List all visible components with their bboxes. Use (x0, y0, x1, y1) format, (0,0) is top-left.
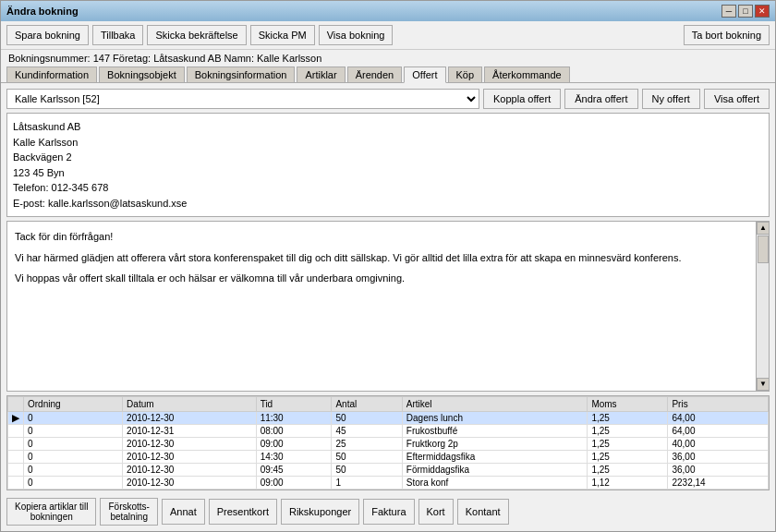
cell-antal: 45 (332, 425, 402, 438)
customer-dropdown[interactable]: Kalle Karlsson [52] (6, 89, 479, 109)
cell-tid: 09:00 (256, 438, 332, 451)
kort-button[interactable]: Kort (418, 499, 454, 525)
cell-pris: 64,00 (668, 425, 769, 438)
cell-moms: 1,12 (588, 477, 668, 490)
tab-bar: Kundinformation Bokningsobjekt Bokningsi… (1, 66, 775, 83)
letter-box: Tack för din förfrågan! Vi har härmed gl… (6, 221, 770, 392)
address-line-6: E-post: kalle.karlsson@latsaskund.xse (13, 196, 763, 212)
cell-artikel: Fruktkorg 2p (402, 438, 588, 451)
main-toolbar: Spara bokning Tillbaka Skicka bekräftels… (1, 21, 775, 50)
address-line-3: Backvägen 2 (13, 150, 763, 165)
maximize-button[interactable]: □ (738, 5, 753, 18)
address-line-5: Telefon: 012-345 678 (13, 180, 763, 196)
visa-offert-button[interactable]: Visa offert (704, 89, 770, 109)
cell-moms: 1,25 (588, 412, 668, 425)
cell-pris: 36,00 (668, 464, 769, 477)
save-booking-button[interactable]: Spara bokning (6, 25, 89, 45)
send-pm-button[interactable]: Skicka PM (250, 25, 315, 45)
table-row[interactable]: 0 2010-12-30 14:30 50 Eftermiddagsfika 1… (8, 451, 769, 464)
scroll-up-button[interactable]: ▲ (757, 222, 770, 235)
window-controls: ─ □ ✕ (721, 5, 770, 18)
cell-datum: 2010-12-31 (123, 425, 257, 438)
minimize-button[interactable]: ─ (721, 5, 736, 18)
cell-artikel: Förmiddagsfika (402, 464, 588, 477)
cell-tid: 08:00 (256, 425, 332, 438)
cell-antal: 50 (332, 451, 402, 464)
rikskuponger-button[interactable]: Rikskuponger (281, 499, 359, 525)
row-indicator (8, 425, 24, 438)
row-indicator (8, 477, 24, 490)
col-header-pris: Pris (668, 397, 769, 412)
cell-tid: 14:30 (256, 451, 332, 464)
table-row[interactable]: ▶ 0 2010-12-30 11:30 50 Dagens lunch 1,2… (8, 412, 769, 425)
address-box: Låtsaskund AB Kalle Karlsson Backvägen 2… (6, 113, 770, 217)
cell-ordning: 0 (24, 412, 123, 425)
cell-ordning: 0 (24, 477, 123, 490)
delete-booking-button[interactable]: Ta bort bokning (684, 25, 770, 45)
table-row[interactable]: 0 2010-12-31 08:00 45 Frukostbuffé 1,25 … (8, 425, 769, 438)
faktura-button[interactable]: Faktura (363, 499, 414, 525)
scroll-track[interactable] (757, 235, 769, 378)
letter-paragraph-1: Tack för din förfrågan! (15, 229, 761, 245)
col-header-indicator (8, 397, 24, 412)
annat-button[interactable]: Annat (162, 499, 205, 525)
col-header-tid: Tid (256, 397, 332, 412)
back-button[interactable]: Tillbaka (92, 25, 144, 45)
articles-table-container: Ordning Datum Tid Antal Artikel Moms Pri… (6, 395, 770, 490)
tab-arenden[interactable]: Ärenden (347, 66, 403, 82)
tab-aterkommande[interactable]: Återkommande (484, 66, 570, 82)
table-row[interactable]: 0 2010-12-30 09:00 25 Fruktkorg 2p 1,25 … (8, 438, 769, 451)
cell-antal: 50 (332, 464, 402, 477)
tab-offert[interactable]: Offert (404, 66, 445, 83)
tab-artiklar[interactable]: Artiklar (297, 66, 345, 82)
scroll-thumb[interactable] (758, 236, 769, 263)
cell-pris: 36,00 (668, 451, 769, 464)
close-button[interactable]: ✕ (755, 5, 770, 18)
cell-pris: 64,00 (668, 412, 769, 425)
advance-payment-button[interactable]: Förskotts-betalning (100, 498, 157, 526)
cell-datum: 2010-12-30 (123, 412, 257, 425)
cell-antal: 25 (332, 438, 402, 451)
title-bar: Ändra bokning ─ □ ✕ (1, 1, 775, 21)
scroll-down-button[interactable]: ▼ (757, 378, 770, 391)
andra-offert-button[interactable]: Ändra offert (564, 89, 637, 109)
table-row[interactable]: 0 2010-12-30 09:45 50 Förmiddagsfika 1,2… (8, 464, 769, 477)
presentkort-button[interactable]: Presentkort (209, 499, 277, 525)
cell-moms: 1,25 (588, 438, 668, 451)
col-header-moms: Moms (588, 397, 668, 412)
cell-ordning: 0 (24, 464, 123, 477)
cell-moms: 1,25 (588, 464, 668, 477)
address-line-2: Kalle Karlsson (13, 135, 763, 151)
ny-offert-button[interactable]: Ny offert (642, 89, 700, 109)
cell-tid: 11:30 (256, 412, 332, 425)
send-confirmation-button[interactable]: Skicka bekräftelse (147, 25, 246, 45)
cell-artikel: Stora konf (402, 477, 588, 490)
cell-ordning: 0 (24, 438, 123, 451)
tab-bokningsobjekt[interactable]: Bokningsobjekt (99, 66, 185, 82)
letter-paragraph-2: Vi har härmed glädjen att offerera vårt … (15, 250, 761, 266)
cell-artikel: Eftermiddagsfika (402, 451, 588, 464)
cell-ordning: 0 (24, 425, 123, 438)
copy-articles-button[interactable]: Kopiera artiklar tillbokningen (6, 498, 96, 526)
cell-moms: 1,25 (588, 425, 668, 438)
cell-datum: 2010-12-30 (123, 438, 257, 451)
koppla-offert-button[interactable]: Koppla offert (483, 89, 561, 109)
table-row[interactable]: 0 2010-12-30 09:00 1 Stora konf 1,12 223… (8, 477, 769, 490)
cell-artikel: Frukostbuffé (402, 425, 588, 438)
address-line-4: 123 45 Byn (13, 165, 763, 181)
cell-tid: 09:45 (256, 464, 332, 477)
cell-datum: 2010-12-30 (123, 464, 257, 477)
kontant-button[interactable]: Kontant (457, 499, 509, 525)
tab-kop[interactable]: Köp (448, 66, 483, 82)
letter-paragraph-3: Vi hoppas vår offert skall tilltala er o… (15, 271, 761, 286)
window-title: Ändra bokning (6, 6, 79, 17)
articles-table: Ordning Datum Tid Antal Artikel Moms Pri… (7, 396, 769, 490)
tab-bokningsinformation[interactable]: Bokningsinformation (187, 66, 296, 82)
row-indicator (8, 438, 24, 451)
view-booking-button[interactable]: Visa bokning (319, 25, 394, 45)
cell-datum: 2010-12-30 (123, 451, 257, 464)
booking-info-bar: Bokningsnummer: 147 Företag: Låtsaskund … (1, 50, 775, 66)
tab-kundinformation[interactable]: Kundinformation (6, 66, 97, 82)
main-window: Ändra bokning ─ □ ✕ Spara bokning Tillba… (0, 0, 776, 532)
table-header-row: Ordning Datum Tid Antal Artikel Moms Pri… (8, 397, 769, 412)
